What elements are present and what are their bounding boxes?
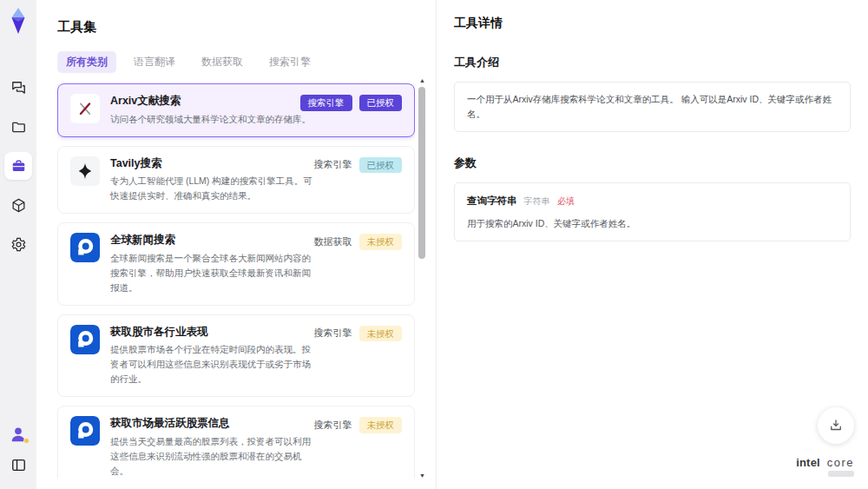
category-tag: 搜索引擎	[314, 158, 352, 171]
tool-list-panel: 工具集 所有类别 语言翻译 数据获取 搜索引擎 Arxiv文献搜索 访问各个研究…	[36, 0, 436, 489]
tool-description: 提供当天交易量最高的股票列表，投资者可以利用这些信息来识别流动性强的股票和潜在的…	[110, 434, 319, 479]
download-button[interactable]	[818, 407, 854, 444]
list-scrollbar[interactable]: ▲ ▼	[418, 76, 427, 480]
intro-text: 一个用于从Arxiv存储库搜索科学论文和文章的工具。 输入可以是Arxiv ID…	[467, 94, 832, 119]
tool-detail-panel: 工具详情 工具介绍 一个用于从Arxiv存储库搜索科学论文和文章的工具。 输入可…	[436, 0, 868, 489]
blue-news-icon	[70, 325, 100, 354]
tab-data-fetch[interactable]: 数据获取	[193, 51, 252, 73]
unauthorized-tag: 未授权	[359, 234, 403, 250]
user-avatar[interactable]	[9, 425, 28, 444]
unauthorized-tag: 未授权	[359, 326, 403, 342]
tool-list: Arxiv文献搜索 访问各个研究领域大量科学论文和文章的存储库。 搜索引擎 已授…	[57, 83, 415, 479]
briefcase-icon	[10, 158, 27, 175]
tool-card-arxiv[interactable]: Arxiv文献搜索 访问各个研究领域大量科学论文和文章的存储库。 搜索引擎 已授…	[57, 83, 415, 137]
sidebar-item-files[interactable]	[4, 113, 32, 141]
category-tabs: 所有类别 语言翻译 数据获取 搜索引擎	[57, 51, 415, 73]
tool-description: 访问各个研究领域大量科学论文和文章的存储库。	[110, 112, 319, 127]
tool-description: 全球新闻搜索是一个聚合全球各大新闻网站内容的搜索引擎，帮助用户快速获取全球最新资…	[110, 251, 319, 295]
sidebar-nav	[4, 74, 32, 258]
authorized-tag: 已授权	[359, 95, 403, 111]
folder-icon	[10, 119, 27, 135]
panel-toggle-icon	[10, 457, 27, 473]
blue-news-icon	[70, 416, 100, 446]
sidebar	[0, 0, 36, 489]
category-tag: 搜索引擎	[314, 419, 352, 432]
tool-card-tavily[interactable]: Tavily搜索 专为人工智能代理 (LLM) 构建的搜索引擎工具。可快速提供实…	[57, 146, 415, 215]
intel-core-logo: intel core	[796, 456, 854, 477]
arxiv-x-icon	[70, 94, 100, 123]
tool-card-active-stocks[interactable]: 获取市场最活跃股票信息 提供当天交易量最高的股票列表，投资者可以利用这些信息来识…	[57, 406, 415, 479]
tab-language-translation[interactable]: 语言翻译	[125, 51, 184, 73]
param-description: 用于搜索的Arxiv ID、关键字或作者姓名。	[467, 216, 838, 231]
tool-description: 专为人工智能代理 (LLM) 构建的搜索引擎工具。可快速提供实时、准确和真实的结…	[110, 174, 319, 203]
core-wordmark: core	[827, 456, 854, 469]
scroll-up-arrow[interactable]: ▲	[418, 76, 427, 85]
blue-news-icon	[70, 233, 100, 262]
download-icon	[828, 418, 844, 433]
sidebar-item-packages[interactable]	[4, 191, 32, 219]
authorized-tag: 已授权	[359, 157, 403, 174]
category-tag: 搜索引擎	[300, 95, 352, 111]
page-title: 工具集	[57, 19, 415, 36]
app-window: 工具集 所有类别 语言翻译 数据获取 搜索引擎 Arxiv文献搜索 访问各个研究…	[0, 0, 868, 489]
param-required-flag: 必填	[557, 196, 575, 206]
cube-icon	[10, 197, 27, 214]
tab-search-engine[interactable]: 搜索引擎	[260, 51, 319, 73]
detail-title: 工具详情	[454, 16, 851, 31]
app-logo-icon	[7, 8, 30, 34]
scrollbar-thumb[interactable]	[418, 87, 425, 259]
tab-all-categories[interactable]: 所有类别	[57, 51, 116, 73]
status-badge	[23, 438, 30, 444]
param-box: 查询字符串 字符串 必填 用于搜索的Arxiv ID、关键字或作者姓名。	[454, 182, 851, 241]
collapse-sidebar-button[interactable]	[8, 454, 29, 475]
sidebar-bottom	[8, 425, 29, 475]
tool-card-global-news[interactable]: 全球新闻搜索 全球新闻搜索是一个聚合全球各大新闻网站内容的搜索引擎，帮助用户快速…	[57, 222, 415, 306]
sidebar-item-tools[interactable]	[4, 152, 32, 180]
chat-icon	[10, 80, 27, 96]
gear-icon	[10, 236, 27, 253]
param-type: 字符串	[523, 196, 549, 206]
param-name: 查询字符串	[467, 195, 517, 206]
category-tag: 数据获取	[314, 235, 352, 248]
intro-heading: 工具介绍	[454, 55, 851, 70]
params-heading: 参数	[454, 155, 851, 171]
sidebar-item-chat[interactable]	[4, 74, 32, 102]
scroll-down-arrow[interactable]: ▼	[418, 472, 427, 480]
sidebar-item-settings[interactable]	[4, 230, 32, 258]
sparkle-star-icon	[70, 156, 100, 186]
intel-sub-badge	[828, 471, 854, 477]
intel-wordmark: intel	[796, 456, 820, 469]
tool-card-sector-performance[interactable]: 获取股市各行业表现 提供股票市场各个行业在特定时间段内的表现。投资者可以利用这些…	[57, 314, 415, 398]
unauthorized-tag: 未授权	[359, 417, 403, 433]
category-tag: 搜索引擎	[314, 327, 352, 340]
tool-description: 提供股票市场各个行业在特定时间段内的表现。投资者可以利用这些信息来识别表现优于或…	[110, 342, 319, 387]
intro-box: 一个用于从Arxiv存储库搜索科学论文和文章的工具。 输入可以是Arxiv ID…	[454, 82, 851, 132]
